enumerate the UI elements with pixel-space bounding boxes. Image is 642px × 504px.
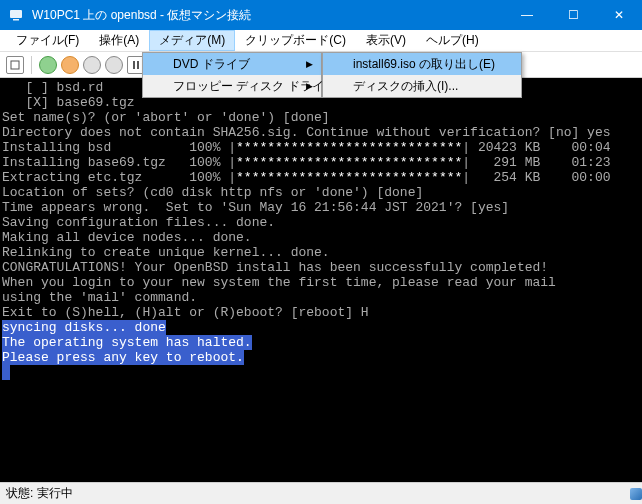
submenu-label: ディスクの挿入(I)... xyxy=(353,78,458,95)
status-icon xyxy=(630,488,642,500)
submenu-arrow-icon: ▶ xyxy=(306,81,313,91)
console-line: | 291 MB 01:23 xyxy=(462,155,610,170)
vm-console[interactable]: [ ] bsd.rd [X] base69.tgz [ ] game69.tgz… xyxy=(0,78,642,482)
console-line: CONGRATULATIONS! Your OpenBSD install ha… xyxy=(2,260,640,275)
menu-media[interactable]: メディア(M) xyxy=(149,30,235,51)
console-line-highlight: The operating system has halted. xyxy=(2,335,252,350)
status-label: 状態: 実行中 xyxy=(6,485,73,502)
console-line: Directory does not contain SHA256.sig. C… xyxy=(2,125,640,140)
console-line: Extracting etc.tgz 100% | xyxy=(2,170,236,185)
submenu-dvd-drive[interactable]: DVD ドライブ ▶ xyxy=(143,53,321,75)
svg-rect-4 xyxy=(137,61,139,69)
dvd-submenu: install69.iso の取り出し(E) ディスクの挿入(I)... xyxy=(322,52,522,98)
window-buttons: — ☐ ✕ xyxy=(504,0,642,30)
console-line: Installing bsd 100% | xyxy=(2,140,236,155)
start-button[interactable] xyxy=(39,56,57,74)
submenu-label: DVD ドライブ xyxy=(173,56,250,73)
console-line: Exit to (S)hell, (H)alt or (R)eboot? [re… xyxy=(2,305,640,320)
console-line: | 254 KB 00:00 xyxy=(462,170,610,185)
turnoff-button[interactable] xyxy=(61,56,79,74)
console-line: When you login to your new system the fi… xyxy=(2,275,640,290)
console-line: | 20423 KB 00:04 xyxy=(462,140,610,155)
svg-rect-2 xyxy=(11,61,19,69)
console-line-highlight: Please press any key to reboot. xyxy=(2,350,244,365)
menu-file[interactable]: ファイル(F) xyxy=(6,30,89,51)
close-button[interactable]: ✕ xyxy=(596,0,642,30)
save-button[interactable] xyxy=(105,56,123,74)
console-cursor xyxy=(2,365,10,380)
window-title: W10PC1 上の openbsd - 仮想マシン接続 xyxy=(32,7,504,24)
minimize-button[interactable]: — xyxy=(504,0,550,30)
title-bar: W10PC1 上の openbsd - 仮想マシン接続 — ☐ ✕ xyxy=(0,0,642,30)
maximize-button[interactable]: ☐ xyxy=(550,0,596,30)
svg-rect-1 xyxy=(13,19,19,21)
console-line: Time appears wrong. Set to 'Sun May 16 2… xyxy=(2,200,640,215)
ctrl-alt-del-button[interactable] xyxy=(6,56,24,74)
submenu-eject-iso[interactable]: install69.iso の取り出し(E) xyxy=(323,53,521,75)
console-line: Location of sets? (cd0 disk http nfs or … xyxy=(2,185,640,200)
svg-rect-3 xyxy=(133,61,135,69)
shutdown-button[interactable] xyxy=(83,56,101,74)
console-line-highlight: syncing disks... done xyxy=(2,320,166,335)
console-line: Relinking to create unique kernel... don… xyxy=(2,245,640,260)
menu-bar: ファイル(F) 操作(A) メディア(M) クリップボード(C) 表示(V) ヘ… xyxy=(0,30,642,52)
progress-bar: ***************************** xyxy=(236,155,462,170)
toolbar: DVD ドライブ ▶ フロッピー ディスク ドライブ ▶ install69.i… xyxy=(0,52,642,78)
console-line: Installing base69.tgz 100% | xyxy=(2,155,236,170)
console-line: Saving configuration files... done. xyxy=(2,215,640,230)
console-line: [X] base69.tgz xyxy=(2,95,135,110)
progress-bar: ***************************** xyxy=(236,170,462,185)
menu-clipboard[interactable]: クリップボード(C) xyxy=(235,30,356,51)
toolbar-separator xyxy=(31,56,32,74)
submenu-floppy-drive[interactable]: フロッピー ディスク ドライブ ▶ xyxy=(143,75,321,97)
status-bar: 状態: 実行中 xyxy=(0,482,642,504)
media-submenu: DVD ドライブ ▶ フロッピー ディスク ドライブ ▶ xyxy=(142,52,322,98)
menu-help[interactable]: ヘルプ(H) xyxy=(416,30,489,51)
console-line: using the 'mail' command. xyxy=(2,290,640,305)
submenu-arrow-icon: ▶ xyxy=(306,59,313,69)
svg-rect-0 xyxy=(10,10,22,18)
submenu-label: install69.iso の取り出し(E) xyxy=(353,56,495,73)
app-icon xyxy=(8,7,24,23)
menu-view[interactable]: 表示(V) xyxy=(356,30,416,51)
console-line: Making all device nodes... done. xyxy=(2,230,640,245)
menu-action[interactable]: 操作(A) xyxy=(89,30,149,51)
progress-bar: ***************************** xyxy=(236,140,462,155)
console-line: Set name(s)? (or 'abort' or 'done') [don… xyxy=(2,110,640,125)
submenu-insert-disk[interactable]: ディスクの挿入(I)... xyxy=(323,75,521,97)
